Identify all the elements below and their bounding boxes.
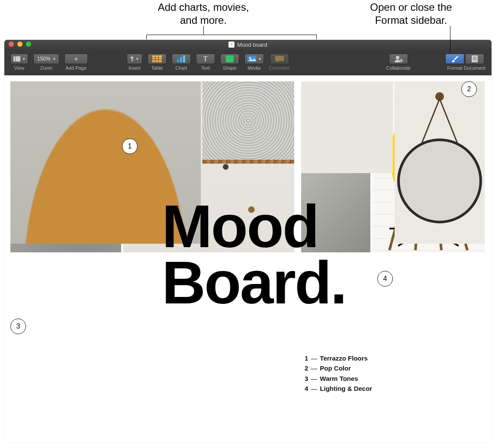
- view-button[interactable]: ▾: [10, 54, 28, 64]
- collaborate-icon: +: [394, 55, 403, 62]
- chart-icon: [177, 55, 186, 62]
- shape-icon: [226, 55, 234, 62]
- annotation-media: Add charts, movies,and more.: [121, 1, 286, 27]
- paragraph-icon: ¶: [131, 56, 134, 62]
- mirror-svg: [395, 81, 485, 244]
- svg-point-14: [396, 56, 399, 59]
- comment-label: Comment: [269, 65, 290, 71]
- media-icon: [248, 56, 256, 62]
- chart-button[interactable]: [172, 54, 191, 64]
- image-fur[interactable]: [202, 81, 294, 160]
- collaborate-button[interactable]: +: [389, 54, 408, 64]
- text-button[interactable]: T: [196, 54, 215, 64]
- annotation-stem: [203, 26, 204, 35]
- title-bar: 7 Mood board: [4, 40, 492, 49]
- chevron-down-icon: ▾: [136, 57, 138, 61]
- close-window-button[interactable]: [9, 42, 14, 47]
- zoom-button[interactable]: 150% ▾: [33, 54, 59, 64]
- chevron-down-icon: ▾: [259, 57, 261, 61]
- add-page-label: Add Page: [66, 65, 87, 71]
- format-button[interactable]: [445, 54, 464, 64]
- text-icon: T: [203, 55, 208, 63]
- svg-rect-2: [152, 55, 162, 57]
- legend-item: 1—Terrazzo Floors: [305, 353, 372, 363]
- comment-icon: [275, 56, 284, 62]
- document-icon: 7: [228, 42, 235, 48]
- shape-button[interactable]: [220, 54, 239, 64]
- svg-rect-0: [13, 56, 15, 61]
- zoom-label: Zoom: [40, 65, 52, 71]
- chevron-down-icon: ▾: [53, 57, 55, 61]
- paintbrush-icon: [451, 55, 459, 62]
- bubble-2[interactable]: 2: [461, 81, 477, 97]
- chart-label: Chart: [175, 65, 187, 71]
- svg-rect-17: [472, 55, 478, 62]
- plus-icon: ＋: [73, 55, 80, 64]
- document-canvas[interactable]: MoodBoard. 1 2 3 4 1—Terrazzo Floors 2—P…: [4, 75, 492, 442]
- bubble-3[interactable]: 3: [10, 319, 26, 334]
- legend-item: 3—Warm Tones: [305, 374, 372, 384]
- insert-label: Insert: [129, 65, 141, 71]
- document-button[interactable]: [465, 54, 484, 64]
- svg-rect-7: [177, 59, 179, 62]
- svg-rect-1: [16, 56, 20, 61]
- chevron-down-icon: ▾: [23, 57, 25, 61]
- svg-rect-8: [180, 57, 182, 62]
- image-sofa[interactable]: [10, 81, 201, 244]
- legend-item: 4—Lighting & Decor: [305, 384, 372, 393]
- svg-point-12: [249, 57, 251, 59]
- document-icon: [472, 55, 478, 62]
- svg-rect-10: [226, 55, 234, 62]
- zoom-value: 150%: [37, 56, 51, 62]
- legend-list: 1—Terrazzo Floors 2—Pop Color 3—Warm Ton…: [305, 353, 372, 393]
- annotation-stem-right: [450, 26, 450, 53]
- legend-item: 2—Pop Color: [305, 363, 372, 373]
- window-title: Mood board: [237, 42, 267, 48]
- annotation-format: Open or close theFormat sidebar.: [338, 1, 485, 27]
- media-button[interactable]: ▾: [244, 54, 264, 64]
- format-label: Format: [447, 65, 462, 71]
- svg-text:+: +: [400, 59, 402, 62]
- svg-rect-13: [275, 56, 284, 61]
- toolbar: ▾ View 150% ▾ Zoom ＋ Add Page ¶ ▾ Insert: [4, 49, 492, 75]
- svg-rect-9: [183, 55, 185, 62]
- document-label: Document: [464, 65, 485, 71]
- insert-button[interactable]: ¶ ▾: [127, 54, 142, 64]
- table-button[interactable]: [148, 54, 167, 64]
- window-controls: [9, 42, 31, 47]
- app-window: 7 Mood board ▾ View 150% ▾ Zoom ＋ Add Pa…: [4, 40, 492, 442]
- minimize-window-button[interactable]: [17, 42, 22, 47]
- view-icon: [13, 56, 20, 61]
- annotation-bracket: [146, 35, 317, 39]
- image-mirror[interactable]: [395, 81, 485, 244]
- table-label: Table: [151, 65, 163, 71]
- svg-point-31: [399, 140, 481, 222]
- collaborate-label: Collaborate: [386, 65, 411, 71]
- view-label: View: [14, 65, 25, 71]
- bubble-1[interactable]: 1: [122, 139, 138, 154]
- table-icon: [152, 55, 162, 62]
- text-label: Text: [201, 65, 210, 71]
- bubble-4[interactable]: 4: [377, 271, 393, 287]
- add-page-button[interactable]: ＋: [64, 54, 88, 64]
- media-label: Media: [248, 65, 260, 71]
- fullscreen-window-button[interactable]: [26, 42, 31, 47]
- shape-label: Shape: [223, 65, 237, 71]
- comment-button[interactable]: [270, 54, 289, 64]
- legend-panel: [301, 81, 393, 150]
